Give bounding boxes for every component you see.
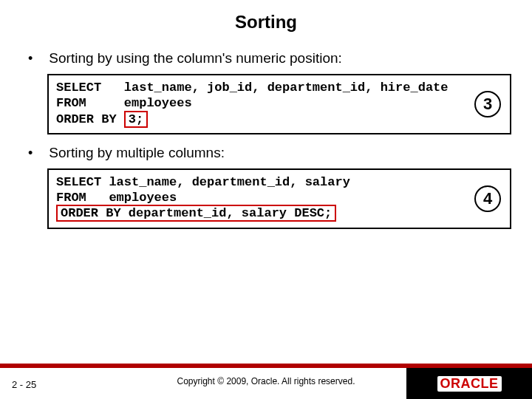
slide-body: • Sorting by using the column's numeric … [0, 46, 532, 364]
code-line: SELECT last_name, department_id, salary [56, 175, 350, 189]
code-line: FROM employees [56, 191, 177, 205]
oracle-logo-icon: ORACLE [437, 376, 502, 392]
bullet-item: • Sorting by multiple columns: [28, 145, 511, 161]
code-highlight: ORDER BY department_id, salary DESC; [56, 205, 336, 222]
bullet-text: Sorting by using the column's numeric po… [49, 50, 342, 66]
slide: Sorting • Sorting by using the column's … [0, 0, 532, 399]
slide-title: Sorting [0, 0, 532, 46]
code-block-1-wrap: SELECT last_name, job_id, department_id,… [47, 74, 511, 134]
bullet-item: • Sorting by using the column's numeric … [28, 50, 511, 66]
code-block-2-wrap: SELECT last_name, department_id, salary … [47, 168, 511, 229]
bullet-icon: • [28, 146, 33, 160]
callout-badge: 4 [474, 185, 501, 212]
code-text: SELECT last_name, job_id, department_id,… [56, 81, 449, 126]
bullet-text: Sorting by multiple columns: [49, 145, 225, 161]
brand-logo-wrap: ORACLE [406, 368, 532, 399]
code-highlight: 3; [124, 111, 148, 128]
code-block-1: SELECT last_name, job_id, department_id,… [47, 74, 511, 134]
callout-badge: 3 [474, 91, 501, 117]
copyright-text: Copyright © 2009, Oracle. All rights res… [177, 376, 355, 386]
bullet-icon: • [28, 52, 33, 65]
page-number: 2 - 25 [12, 379, 36, 390]
code-block-2: SELECT last_name, department_id, salary … [47, 168, 511, 229]
slide-footer: 2 - 25 Copyright © 2009, Oracle. All rig… [0, 364, 532, 399]
